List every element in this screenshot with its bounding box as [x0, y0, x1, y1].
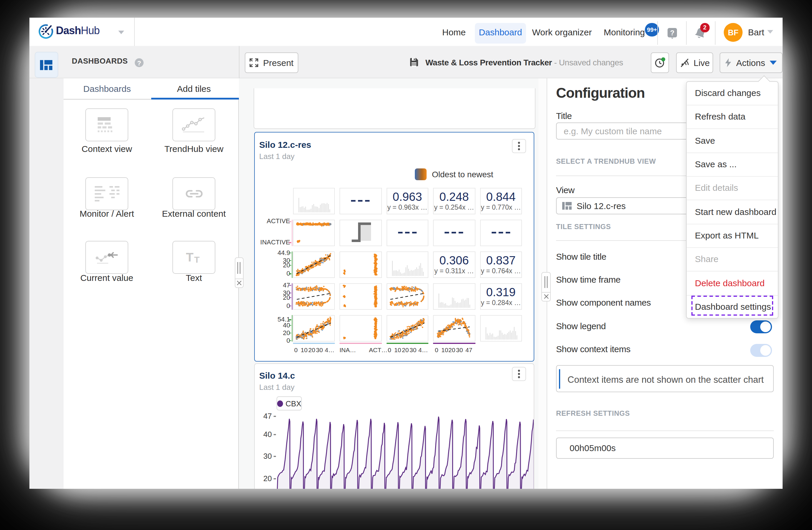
svg-text:T: T [194, 255, 199, 264]
svg-text:?: ? [670, 29, 675, 37]
svg-text:T: T [186, 250, 193, 264]
